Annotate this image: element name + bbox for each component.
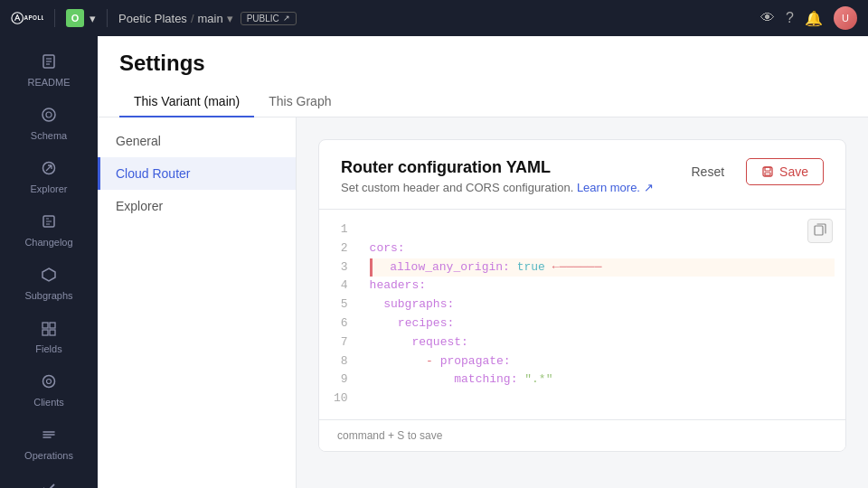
code-line-10 [370, 389, 835, 408]
topbar-divider2 [107, 9, 108, 27]
sidebar-item-schema[interactable]: Schema [5, 98, 92, 150]
card-title: Router configuration YAML [341, 158, 654, 177]
sub-layout: General Cloud Router Explorer [98, 117, 868, 488]
sidebar-item-operations[interactable]: Operations [5, 418, 92, 470]
code-line-4: headers: [370, 277, 835, 296]
page-title: Settings [119, 51, 846, 76]
svg-rect-14 [50, 330, 55, 335]
sidebar-item-changelog[interactable]: Changelog [5, 204, 92, 257]
code-line-5: subgraphs: [370, 296, 835, 314]
sidebar-item-explorer[interactable]: Explorer [5, 151, 92, 203]
user-avatar[interactable]: U [834, 6, 857, 30]
svg-marker-10 [42, 268, 55, 281]
line-numbers: 1 2 3 4 5 6 7 8 9 10 [319, 221, 359, 408]
code-line-1 [370, 221, 835, 239]
code-lines: 1 2 3 4 5 6 7 8 9 10 [319, 210, 845, 419]
svg-point-7 [46, 112, 52, 117]
project-name[interactable]: Poetic Plates [118, 12, 187, 25]
topbar-right: 👁 ? 🔔 U [760, 6, 857, 30]
sidebar-item-label: Changelog [24, 237, 72, 248]
page-wrapper: Settings This Variant (main) This Graph … [98, 36, 868, 488]
operations-icon [41, 427, 57, 446]
sidebar-item-clients[interactable]: Clients [5, 364, 92, 417]
save-icon [761, 165, 774, 178]
visibility-badge[interactable]: PUBLIC ↗ [241, 12, 297, 25]
main-content: Router configuration YAML Set custom hea… [297, 117, 868, 488]
svg-point-15 [43, 376, 55, 388]
router-config-card: Router configuration YAML Set custom hea… [318, 139, 846, 452]
help-icon[interactable]: ? [786, 10, 794, 26]
copy-button[interactable] [807, 219, 833, 243]
org-avatar: O [66, 9, 84, 27]
sidebar-item-label: Schema [31, 130, 67, 141]
svg-rect-21 [815, 226, 823, 235]
arrow-annotation: ←────── [552, 258, 602, 277]
sidebar-item-label: Clients [33, 397, 64, 408]
card-header-text: Router configuration YAML Set custom hea… [341, 158, 654, 194]
apollo-logo-area: APOLLO [11, 7, 43, 29]
sidebar-item-readme[interactable]: README [5, 44, 92, 97]
readme-icon [41, 53, 57, 73]
sidebar-item-label: Fields [35, 343, 61, 354]
sidebar: README Schema Explorer Changelog [0, 36, 98, 488]
topbar-org[interactable]: O ▾ [66, 9, 96, 27]
visibility-label: PUBLIC [247, 14, 279, 23]
card-header: Router configuration YAML Set custom hea… [319, 140, 845, 210]
topbar-divider [54, 9, 55, 27]
copy-icon [814, 223, 826, 236]
sidebar-item-fields[interactable]: Fields [5, 311, 92, 363]
sidebar-item-label: Explorer [31, 183, 68, 194]
save-button[interactable]: Save [746, 158, 824, 185]
bell-icon[interactable]: 🔔 [805, 10, 823, 27]
clients-icon [41, 373, 57, 393]
main-layout: README Schema Explorer Changelog [0, 36, 868, 488]
left-panel: General Cloud Router Explorer [98, 117, 297, 488]
breadcrumb: Poetic Plates / main ▾ [118, 12, 233, 25]
code-line-9: matching: ".*" [370, 371, 835, 389]
left-panel-item-explorer[interactable]: Explorer [98, 190, 296, 222]
card-subtitle: Set custom header and CORS configuration… [341, 181, 654, 194]
left-panel-item-cloud-router[interactable]: Cloud Router [98, 157, 296, 190]
page-header: Settings This Variant (main) This Graph [98, 36, 868, 117]
code-editor[interactable]: 1 2 3 4 5 6 7 8 9 10 [319, 210, 845, 419]
sidebar-item-checks[interactable]: Checks [5, 471, 92, 488]
schema-icon [41, 107, 57, 127]
code-content: cors: allow_any_origin: true ←────── hea… [359, 221, 845, 408]
sidebar-item-subgraphs[interactable]: Subgraphs [5, 258, 92, 310]
svg-rect-20 [765, 173, 770, 175]
tab-this-variant[interactable]: This Variant (main) [119, 87, 254, 117]
svg-rect-13 [42, 330, 48, 335]
code-line-8: - propagate: [370, 352, 835, 371]
breadcrumb-sep: / [191, 12, 194, 25]
external-link-icon: ↗ [283, 14, 290, 23]
code-line-6: recipes: [370, 314, 835, 333]
changelog-icon [41, 213, 57, 233]
sidebar-item-label: README [27, 77, 70, 88]
fields-icon [41, 320, 57, 340]
svg-text:APOLLO: APOLLO [24, 14, 43, 21]
code-line-7: request: [370, 333, 835, 352]
tab-this-graph[interactable]: This Graph [254, 87, 345, 117]
code-line-3: allow_any_origin: true ←────── [370, 258, 835, 277]
checks-icon [41, 480, 57, 488]
svg-rect-11 [42, 323, 48, 328]
svg-point-6 [42, 108, 55, 121]
eye-icon[interactable]: 👁 [760, 10, 775, 26]
page-tabs: This Variant (main) This Graph [119, 87, 846, 117]
explorer-icon [41, 160, 57, 180]
footer-hint: command + S to save [337, 429, 442, 442]
card-actions: Reset Save [681, 158, 825, 185]
topbar: APOLLO O ▾ Poetic Plates / main ▾ PUBLIC… [0, 0, 868, 36]
sidebar-item-label: Subgraphs [24, 290, 72, 301]
sidebar-nav: README Schema Explorer Changelog [0, 36, 98, 488]
branch-name[interactable]: main [198, 12, 223, 25]
svg-point-16 [47, 380, 52, 384]
learn-more-link[interactable]: Learn more. ↗ [577, 181, 654, 194]
chevron-down-icon: ▾ [90, 12, 96, 25]
chevron-down-icon2: ▾ [227, 12, 233, 25]
left-panel-item-general[interactable]: General [98, 125, 296, 157]
svg-rect-12 [50, 323, 55, 328]
subgraphs-icon [41, 267, 57, 286]
reset-button[interactable]: Reset [681, 159, 736, 184]
content-area: Settings This Variant (main) This Graph … [98, 36, 868, 488]
